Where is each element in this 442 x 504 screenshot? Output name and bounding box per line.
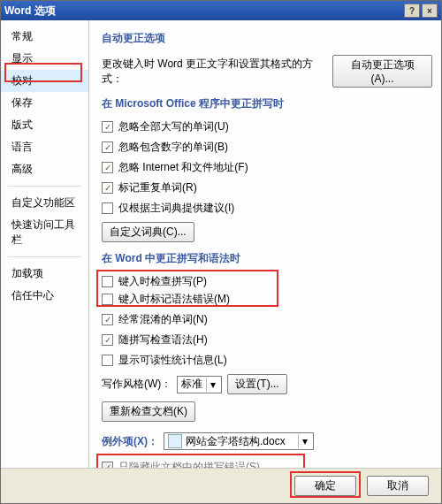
recheck-document-button[interactable]: 重新检查文档(K) [102,401,195,422]
sidebar-item-trust-center[interactable]: 信任中心 [1,285,88,307]
dialog-body: 常规 显示 校对 保存 版式 语言 高级 自定义功能区 快速访问工具栏 加载项 … [1,20,441,468]
sidebar-item-save[interactable]: 保存 [1,92,88,114]
content-panel: 自动更正选项 更改键入时 Word 更正文字和设置其格式的方式： 自动更正选项(… [89,20,441,468]
section-exception-title: 例外项(X)： [102,434,158,449]
check-ignore-uppercase[interactable] [102,121,113,133]
section-office-title: 在 Microsoft Office 程序中更正拼写时 [102,96,432,111]
dialog-title: Word 选项 [4,4,402,19]
writing-style-label: 写作风格(W)： [102,377,171,392]
check-grammar-as-type[interactable] [102,294,113,305]
sidebar-item-general[interactable]: 常规 [1,26,88,48]
autocorrect-text: 更改键入时 Word 更正文字和设置其格式的方式： [102,57,327,87]
custom-dictionaries-button[interactable]: 自定义词典(C)... [102,222,194,242]
check-spell-as-type[interactable] [102,276,113,287]
autocorrect-options-button[interactable]: 自动更正选项(A)... [332,55,432,88]
cancel-button[interactable]: 取消 [367,476,429,496]
check-ignore-internet[interactable] [102,162,113,173]
sidebar-item-advanced[interactable]: 高级 [1,158,88,180]
sidebar: 常规 显示 校对 保存 版式 语言 高级 自定义功能区 快速访问工具栏 加载项 … [1,20,89,468]
sidebar-item-proofing[interactable]: 校对 [1,70,88,92]
check-confused-words[interactable] [102,314,113,325]
dialog: Word 选项 ? × 常规 显示 校对 保存 版式 语言 高级 自定义功能区 … [0,0,442,504]
sidebar-item-language[interactable]: 语言 [1,136,88,158]
autocorrect-row: 更改键入时 Word 更正文字和设置其格式的方式： 自动更正选项(A)... [102,55,432,88]
chevron-down-icon: ▾ [206,378,219,392]
sidebar-item-customize-ribbon[interactable]: 自定义功能区 [1,192,88,214]
exception-doc-select[interactable]: 网站金字塔结构.docx ▾ [164,432,314,450]
section-word-title: 在 Word 中更正拼写和语法时 [102,251,432,266]
writing-style-select[interactable]: 标准 ▾ [177,376,222,393]
sidebar-item-addins[interactable]: 加载项 [1,263,88,285]
ok-button[interactable]: 确定 [294,476,356,496]
sidebar-item-quick-access[interactable]: 快速访问工具栏 [1,214,88,251]
help-button[interactable]: ? [404,4,420,18]
check-grammar-with-spelling[interactable] [102,334,113,346]
check-readability-stats[interactable] [102,355,113,366]
dialog-footer: 确定 取消 [1,468,441,503]
settings-button[interactable]: 设置(T)... [227,374,286,394]
chevron-down-icon: ▾ [298,434,311,448]
sidebar-separator [8,186,81,187]
sidebar-separator [8,256,81,257]
check-ignore-numbers[interactable] [102,141,113,153]
check-flag-repeated[interactable] [102,182,113,194]
check-hide-spelling-errors[interactable] [102,462,113,468]
close-button[interactable]: × [422,4,438,18]
titlebar: Word 选项 ? × [1,1,441,20]
sidebar-item-display[interactable]: 显示 [1,48,88,70]
section-autocorrect-title: 自动更正选项 [102,31,432,46]
document-icon [168,434,182,448]
check-main-dict-only[interactable] [102,202,113,214]
sidebar-item-layout[interactable]: 版式 [1,114,88,136]
